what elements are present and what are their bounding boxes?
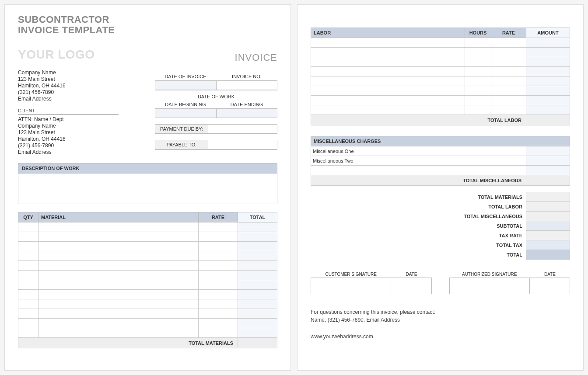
table-row[interactable]	[311, 105, 570, 115]
cust-date-input[interactable]	[391, 278, 431, 294]
auth-sig-input[interactable]	[450, 278, 530, 294]
table-row[interactable]	[18, 232, 277, 242]
client-email: Email Address	[18, 149, 277, 155]
cust-sig-input[interactable]	[311, 278, 391, 294]
table-row[interactable]	[311, 96, 570, 105]
table-row[interactable]	[18, 309, 277, 319]
date-of-work-label: DATE OF WORK	[155, 93, 277, 101]
table-row[interactable]	[311, 38, 570, 48]
t-labor-value	[526, 202, 570, 212]
description-section: DESCRIPTION OF WORK	[18, 163, 277, 204]
table-row[interactable]	[311, 86, 570, 96]
customer-signature: CUSTOMER SIGNATUREDATE	[311, 272, 432, 294]
grand-total-value	[526, 250, 570, 260]
description-header: DESCRIPTION OF WORK	[18, 163, 277, 174]
date-invoice-input[interactable]	[155, 80, 217, 90]
auth-date-label: DATE	[530, 272, 570, 277]
invoice-meta: DATE OF INVOICE INVOICE NO. DATE OF WORK…	[155, 73, 277, 149]
totals-block: TOTAL MATERIALS TOTAL LABOR TOTAL MISCEL…	[311, 192, 570, 260]
misc-header: MISCELLANEOUS CHARGES	[311, 136, 570, 146]
t-materials-label: TOTAL MATERIALS	[311, 192, 526, 202]
col-hours: HOURS	[465, 28, 491, 38]
labor-table: LABOR HOURS RATE AMOUNT TOTAL LABOR	[311, 28, 570, 125]
footer-contact: Name, (321) 456-7890, Email Address	[311, 317, 570, 323]
table-row[interactable]: Miscellaneous One	[311, 146, 570, 156]
table-row[interactable]	[18, 280, 277, 290]
title-line1: SUBCONTRACTOR	[18, 14, 109, 25]
col-total: TOTAL	[238, 212, 277, 222]
date-begin-input[interactable]	[155, 108, 217, 118]
title-line2: INVOICE TEMPLATE	[18, 24, 115, 35]
auth-date-input[interactable]	[530, 278, 570, 294]
table-row[interactable]	[311, 76, 570, 86]
table-row[interactable]	[18, 319, 277, 328]
t-misc-label: TOTAL MISCELLANEOUS	[311, 212, 526, 221]
table-row[interactable]	[311, 48, 570, 57]
t-materials-value	[526, 192, 570, 202]
date-begin-label: DATE BEGINNING	[155, 101, 216, 108]
table-row[interactable]	[311, 67, 570, 76]
total-misc-value	[526, 175, 570, 186]
table-row[interactable]	[18, 290, 277, 299]
subtotal-value	[526, 221, 570, 231]
table-row[interactable]	[311, 166, 570, 175]
table-row[interactable]	[18, 222, 277, 232]
misc-table: MISCELLANEOUS CHARGES Miscellaneous One …	[311, 136, 570, 186]
invoice-no-label: INVOICE NO.	[216, 73, 277, 80]
col-rate2: RATE	[491, 28, 526, 38]
tax-rate-label: TAX RATE	[311, 231, 526, 240]
table-row[interactable]	[18, 242, 277, 251]
materials-table: QTY MATERIAL RATE TOTAL TOTAL MATERIALS	[18, 212, 277, 348]
footer: For questions concerning this invoice, p…	[311, 309, 570, 340]
t-labor-label: TOTAL LABOR	[311, 202, 526, 212]
col-rate: RATE	[199, 212, 238, 222]
grand-total-label: TOTAL	[311, 250, 526, 260]
table-row[interactable]	[18, 261, 277, 271]
description-input[interactable]	[18, 174, 277, 204]
col-qty: QTY	[18, 212, 38, 222]
signature-section: CUSTOMER SIGNATUREDATE AUTHORIZED SIGNAT…	[311, 272, 570, 294]
total-materials-value	[238, 338, 277, 348]
date-end-input[interactable]	[217, 108, 278, 118]
date-invoice-label: DATE OF INVOICE	[155, 73, 216, 80]
misc-one: Miscellaneous One	[311, 146, 526, 156]
payable-to-input[interactable]	[208, 140, 277, 149]
total-labor-value	[526, 115, 570, 125]
table-row[interactable]	[18, 328, 277, 338]
total-tax-value	[526, 240, 570, 250]
invoice-page-1: SUBCONTRACTOR INVOICE TEMPLATE YOUR LOGO…	[4, 4, 291, 371]
misc-two: Miscellaneous Two	[311, 156, 526, 166]
table-row[interactable]: Miscellaneous Two	[311, 156, 570, 166]
col-labor: LABOR	[311, 28, 465, 38]
authorized-signature: AUTHORIZED SIGNATUREDATE	[449, 272, 570, 294]
payable-to-label: PAYABLE TO:	[155, 140, 208, 149]
total-materials-label: TOTAL MATERIALS	[18, 338, 238, 348]
footer-question: For questions concerning this invoice, p…	[311, 309, 570, 315]
cust-sig-label: CUSTOMER SIGNATURE	[311, 272, 391, 277]
col-amount: AMOUNT	[526, 28, 570, 38]
tax-rate-value	[526, 231, 570, 240]
table-row[interactable]	[311, 57, 570, 67]
date-end-label: DATE ENDING	[216, 101, 277, 108]
table-row[interactable]	[18, 271, 277, 280]
invoice-page-2: LABOR HOURS RATE AMOUNT TOTAL LABOR MISC…	[297, 4, 584, 371]
subtotal-label: SUBTOTAL	[311, 221, 526, 231]
footer-web: www.yourwebaddress.com	[311, 333, 570, 340]
auth-sig-label: AUTHORIZED SIGNATURE	[449, 272, 530, 277]
table-row[interactable]	[18, 299, 277, 309]
cust-date-label: DATE	[391, 272, 431, 277]
total-labor-label: TOTAL LABOR	[311, 115, 526, 125]
t-misc-value	[526, 212, 570, 221]
total-tax-label: TOTAL TAX	[311, 240, 526, 250]
payable-to-row: PAYABLE TO:	[155, 140, 277, 149]
invoice-heading: INVOICE	[235, 52, 277, 63]
doc-title: SUBCONTRACTOR INVOICE TEMPLATE	[18, 14, 277, 35]
payment-due-row: PAYMENT DUE BY:	[155, 124, 277, 134]
payment-due-label: PAYMENT DUE BY:	[155, 125, 208, 133]
col-material: MATERIAL	[38, 212, 199, 222]
payment-due-input[interactable]	[208, 125, 277, 133]
invoice-no-input[interactable]	[217, 80, 278, 90]
client-header: CLIENT	[18, 108, 119, 115]
total-misc-label: TOTAL MISCELLANEOUS	[311, 175, 526, 186]
table-row[interactable]	[18, 251, 277, 261]
